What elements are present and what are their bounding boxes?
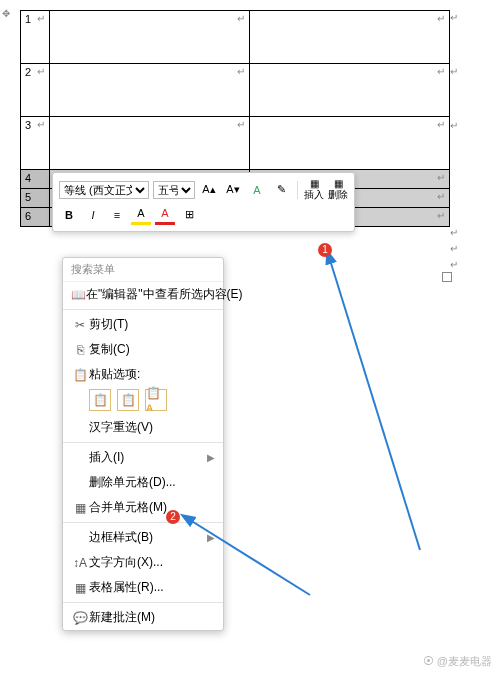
para-mark-icon: ↵ xyxy=(37,66,45,77)
delete-icon: ▦ xyxy=(334,179,343,189)
table-row[interactable]: 3↵ ↵ ↵ xyxy=(21,117,450,170)
paste-option-keep-source[interactable]: 📋 xyxy=(89,389,111,411)
menu-label: 新建批注(M) xyxy=(89,609,215,626)
cell-number: 4 xyxy=(25,172,31,184)
highlight-button[interactable]: A xyxy=(131,204,151,225)
cell-number: 1 xyxy=(25,13,31,25)
font-name-select[interactable]: 等线 (西文正文) xyxy=(59,181,149,199)
menu-merge-cells[interactable]: ▦ 合并单元格(M) xyxy=(63,495,223,520)
para-mark-icon: ↵ xyxy=(37,13,45,24)
paste-icon: 📋 xyxy=(71,368,89,382)
para-mark-icon: ↵ xyxy=(237,13,245,24)
grow-font-button[interactable]: A▴ xyxy=(199,181,219,199)
border-button[interactable]: ⊞ xyxy=(179,206,199,224)
para-mark-icon: ↵ xyxy=(450,243,458,254)
para-mark-icon: ↵ xyxy=(437,172,445,183)
menu-label: 删除单元格(D)... xyxy=(89,474,215,491)
para-mark-icon: ↵ xyxy=(450,259,458,270)
menu-label: 插入(I) xyxy=(89,449,207,466)
align-button[interactable]: ≡ xyxy=(107,206,127,224)
table-row[interactable]: 2↵ ↵ ↵ xyxy=(21,64,450,117)
para-mark-icon: ↵ xyxy=(437,210,445,221)
para-mark-icon: ↵ xyxy=(237,66,245,77)
mini-toolbar: 等线 (西文正文) 五号 A▴ A▾ A ✎ ▦ 插入 ▦ 删除 B I ≡ A… xyxy=(52,172,355,232)
para-mark-icon: ↵ xyxy=(437,119,445,130)
menu-cut[interactable]: ✂ 剪切(T) xyxy=(63,312,223,337)
submenu-arrow-icon: ▶ xyxy=(207,452,215,463)
submenu-arrow-icon: ▶ xyxy=(207,532,215,543)
context-menu: 搜索菜单 📖 在"编辑器"中查看所选内容(E) ✂ 剪切(T) ⎘ 复制(C) … xyxy=(62,257,224,631)
cell-number: 5 xyxy=(25,191,31,203)
paste-option-text-only[interactable]: 📋ᴀ xyxy=(145,389,167,411)
para-mark-icon: ↵ xyxy=(237,119,245,130)
para-mark-icon: ↵ xyxy=(37,119,45,130)
svg-line-0 xyxy=(330,260,420,550)
para-mark-icon: ↵ xyxy=(450,227,458,238)
menu-label: 合并单元格(M) xyxy=(89,499,215,516)
copy-icon: ⎘ xyxy=(71,343,89,357)
phonetic-guide-button[interactable]: A xyxy=(247,181,267,199)
table-properties-icon: ▦ xyxy=(71,581,89,595)
text-direction-icon: ↕A xyxy=(71,556,89,570)
menu-new-comment[interactable]: 💬 新建批注(M) xyxy=(63,605,223,630)
merge-icon: ▦ xyxy=(71,501,89,515)
insert-icon: ▦ xyxy=(310,179,319,189)
cell-number: 2 xyxy=(25,66,31,78)
menu-delete-cells[interactable]: 删除单元格(D)... xyxy=(63,470,223,495)
menu-insert[interactable]: 插入(I) ▶ xyxy=(63,445,223,470)
watermark: ⦿ @麦麦电器 xyxy=(423,654,492,669)
table-row[interactable]: 1↵ ↵ ↵ xyxy=(21,11,450,64)
menu-label: 在"编辑器"中查看所选内容(E) xyxy=(86,286,243,303)
delete-table-button[interactable]: ▦ 删除 xyxy=(328,179,348,200)
para-mark-icon: ↵ xyxy=(437,66,445,77)
para-mark-icon: ↵ xyxy=(437,191,445,202)
bold-button[interactable]: B xyxy=(59,206,79,224)
menu-label: 边框样式(B) xyxy=(89,529,207,546)
menu-ime-reconvert[interactable]: 汉字重选(V) xyxy=(63,415,223,440)
cell-number: 3 xyxy=(25,119,31,131)
para-mark-icon: ↵ xyxy=(450,120,458,131)
menu-label: 文字方向(X)... xyxy=(89,554,215,571)
font-size-select[interactable]: 五号 xyxy=(153,181,195,199)
para-mark-icon: ↵ xyxy=(437,13,445,24)
menu-label: 复制(C) xyxy=(89,341,215,358)
menu-border-style[interactable]: 边框样式(B) ▶ xyxy=(63,525,223,550)
menu-editor-lookup[interactable]: 📖 在"编辑器"中查看所选内容(E) xyxy=(63,282,223,307)
menu-table-properties[interactable]: ▦ 表格属性(R)... xyxy=(63,575,223,600)
menu-copy[interactable]: ⎘ 复制(C) xyxy=(63,337,223,362)
insert-table-button[interactable]: ▦ 插入 xyxy=(304,179,324,200)
menu-label: 粘贴选项: xyxy=(89,366,215,383)
callout-badge-2: 2 xyxy=(166,510,180,524)
end-of-doc-marker xyxy=(442,272,452,282)
menu-text-direction[interactable]: ↕A 文字方向(X)... xyxy=(63,550,223,575)
comment-icon: 💬 xyxy=(71,611,89,625)
paste-option-merge[interactable]: 📋 xyxy=(117,389,139,411)
menu-label: 表格属性(R)... xyxy=(89,579,215,596)
callout-badge-1: 1 xyxy=(318,243,332,257)
shrink-font-button[interactable]: A▾ xyxy=(223,181,243,199)
para-mark-icon: ↵ xyxy=(450,12,458,23)
cut-icon: ✂ xyxy=(71,318,89,332)
delete-label: 删除 xyxy=(328,190,348,200)
table-anchor-icon: ✥ xyxy=(2,8,10,19)
font-color-button[interactable]: A xyxy=(155,204,175,225)
menu-label: 汉字重选(V) xyxy=(89,419,215,436)
format-painter-button[interactable]: ✎ xyxy=(271,181,291,199)
menu-paste-options: 📋 粘贴选项: xyxy=(63,362,223,387)
lookup-icon: 📖 xyxy=(71,288,86,302)
para-mark-icon: ↵ xyxy=(450,66,458,77)
cell-number: 6 xyxy=(25,210,31,222)
insert-label: 插入 xyxy=(304,190,324,200)
menu-search-input[interactable]: 搜索菜单 xyxy=(63,258,223,282)
italic-button[interactable]: I xyxy=(83,206,103,224)
menu-label: 剪切(T) xyxy=(89,316,215,333)
